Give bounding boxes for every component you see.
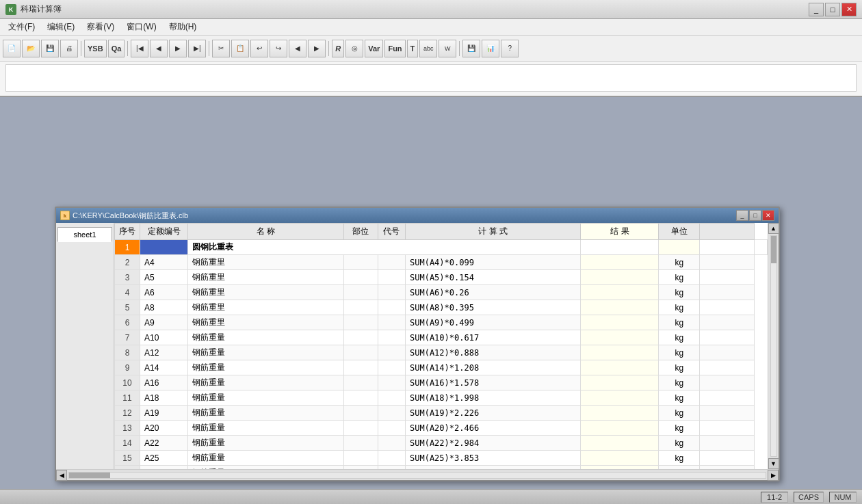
cell-row-num[interactable]: 14 bbox=[115, 436, 140, 451]
cell-unit[interactable]: kg bbox=[659, 421, 700, 436]
cell-unit[interactable]: kg bbox=[659, 436, 700, 451]
table-row[interactable]: 10A16钢筋重量SUM(A16)*1.578kg bbox=[115, 375, 768, 390]
cell-name[interactable]: 钢筋重里 bbox=[188, 255, 344, 270]
cell-name[interactable]: 钢筋重里 bbox=[188, 315, 344, 330]
tb-save2[interactable]: 💾 bbox=[462, 40, 480, 57]
cell-dept[interactable] bbox=[343, 375, 378, 390]
table-row[interactable]: 14A22钢筋重量SUM(A22)*2.984kg bbox=[115, 436, 768, 451]
menu-help[interactable]: 帮助(H) bbox=[164, 20, 203, 34]
cell-quota[interactable]: A5 bbox=[140, 270, 188, 285]
menu-view[interactable]: 察看(V) bbox=[81, 20, 120, 34]
doc-minimize[interactable]: _ bbox=[736, 210, 748, 221]
table-row[interactable]: 9A14钢筋重量SUM(A14)*1.208kg bbox=[115, 360, 768, 375]
cell-quota[interactable]: A22 bbox=[140, 436, 188, 451]
cell-unit[interactable]: kg bbox=[659, 315, 700, 330]
cell-result[interactable] bbox=[659, 240, 700, 255]
cell-result[interactable] bbox=[581, 390, 659, 406]
cell-quota[interactable]: A25 bbox=[140, 451, 188, 466]
cell-formula[interactable]: SUM(A5)*0.154 bbox=[405, 270, 580, 285]
table-row[interactable]: 1圆钢比重表 bbox=[115, 240, 768, 255]
cell-unit[interactable]: kg bbox=[659, 451, 700, 466]
tb-w[interactable]: W bbox=[439, 40, 456, 57]
cell-name[interactable]: 钢筋重量 bbox=[188, 436, 344, 451]
tb-fwd[interactable]: ▶ bbox=[308, 40, 326, 57]
cell-code[interactable] bbox=[378, 315, 405, 330]
doc-maximize[interactable]: □ bbox=[749, 210, 761, 221]
cell-row-num[interactable]: 10 bbox=[115, 375, 140, 390]
cell-unit[interactable]: kg bbox=[659, 406, 700, 421]
tb-prev[interactable]: ◀ bbox=[150, 40, 168, 57]
cell-name[interactable]: 钢筋重量 bbox=[188, 345, 344, 360]
cell-row-num[interactable]: 16 bbox=[115, 466, 140, 470]
cell-unit[interactable]: kg bbox=[659, 360, 700, 375]
sheet-tab-1[interactable]: sheet1 bbox=[57, 227, 112, 242]
h-scroll-thumb[interactable] bbox=[69, 473, 110, 478]
cell-code[interactable] bbox=[378, 436, 405, 451]
tb-copy[interactable]: 📋 bbox=[231, 40, 249, 57]
cell-formula[interactable]: SUM(A22)*2.984 bbox=[405, 436, 580, 451]
cell-formula[interactable]: SUM(A8)*0.395 bbox=[405, 300, 580, 315]
cell-unit[interactable]: kg bbox=[659, 255, 700, 270]
h-scroll-left[interactable]: ◀ bbox=[56, 470, 67, 481]
cell-result[interactable] bbox=[581, 255, 659, 270]
cell-quota[interactable]: A9 bbox=[140, 315, 188, 330]
cell-quota[interactable]: A8 bbox=[140, 300, 188, 315]
tb-undo[interactable]: ↩ bbox=[250, 40, 268, 57]
cell-name[interactable]: 钢筋重里 bbox=[188, 270, 344, 285]
cell-dept[interactable] bbox=[343, 300, 378, 315]
cell-result[interactable] bbox=[581, 285, 659, 300]
cell-row-num[interactable]: 8 bbox=[115, 345, 140, 360]
close-button[interactable]: ✕ bbox=[841, 3, 857, 16]
cell-quota[interactable]: A4 bbox=[140, 255, 188, 270]
cell-formula[interactable]: SUM(A18)*1.998 bbox=[405, 390, 580, 406]
table-row[interactable]: 7A10钢筋重量SUM(A10)*0.617kg bbox=[115, 330, 768, 345]
tb-first[interactable]: |◀ bbox=[131, 40, 148, 57]
cell-formula[interactable]: SUM(A6)*0.26 bbox=[405, 285, 580, 300]
table-row[interactable]: 15A25钢筋重量SUM(A25)*3.853kg bbox=[115, 451, 768, 466]
cell-unit[interactable]: kg bbox=[659, 375, 700, 390]
table-row[interactable]: 6A9钢筋重里SUM(A9)*0.499kg bbox=[115, 315, 768, 330]
cell-quota[interactable]: A16 bbox=[140, 375, 188, 390]
maximize-button[interactable]: □ bbox=[825, 3, 840, 16]
cell-unit[interactable]: kg bbox=[659, 390, 700, 406]
minimize-button[interactable]: _ bbox=[809, 3, 824, 16]
cell-code[interactable] bbox=[378, 285, 405, 300]
cell-quota[interactable] bbox=[140, 240, 188, 255]
tb-next[interactable]: ▶ bbox=[169, 40, 187, 57]
cell-formula[interactable]: SUM(A12)*0.888 bbox=[405, 345, 580, 360]
cell-row-num[interactable]: 11 bbox=[115, 390, 140, 406]
cell-code[interactable] bbox=[378, 390, 405, 406]
cell-dept[interactable] bbox=[343, 421, 378, 436]
cell-row-num[interactable]: 13 bbox=[115, 421, 140, 436]
cell-unit[interactable]: kg bbox=[659, 345, 700, 360]
tb-t[interactable]: T bbox=[407, 40, 419, 57]
cell-formula[interactable]: SUM(A16)*1.578 bbox=[405, 375, 580, 390]
cell-result[interactable] bbox=[581, 375, 659, 390]
cell-code[interactable] bbox=[378, 330, 405, 345]
cell-name[interactable]: 钢筋重量 bbox=[188, 330, 344, 345]
cell-unit[interactable]: kg bbox=[659, 270, 700, 285]
cell-unit[interactable]: kg bbox=[659, 466, 700, 470]
cell-code[interactable] bbox=[378, 300, 405, 315]
cell-code[interactable] bbox=[378, 466, 405, 470]
h-scroll-right[interactable]: ▶ bbox=[768, 470, 779, 481]
cell-dept[interactable] bbox=[343, 436, 378, 451]
cell-result[interactable] bbox=[581, 451, 659, 466]
cell-quota[interactable]: A18 bbox=[140, 390, 188, 406]
cell-quota[interactable]: A20 bbox=[140, 421, 188, 436]
cell-name[interactable]: 钢筋重量 bbox=[188, 375, 344, 390]
cell-quota[interactable]: A28 bbox=[140, 466, 188, 470]
cell-code[interactable] bbox=[378, 345, 405, 360]
cell-dept[interactable] bbox=[343, 330, 378, 345]
tb-print[interactable]: 🖨 bbox=[60, 40, 78, 57]
h-scroll-track[interactable] bbox=[68, 472, 766, 479]
tb-new[interactable]: 📄 bbox=[3, 40, 21, 57]
menu-edit[interactable]: 编辑(E) bbox=[42, 20, 80, 34]
cell-name[interactable]: 钢筋重量 bbox=[188, 451, 344, 466]
cell-row-num[interactable]: 4 bbox=[115, 285, 140, 300]
menu-window[interactable]: 窗口(W) bbox=[121, 20, 161, 34]
cell-result[interactable] bbox=[581, 466, 659, 470]
cell-row-num[interactable]: 15 bbox=[115, 451, 140, 466]
cell-row-num[interactable]: 6 bbox=[115, 315, 140, 330]
cell-quota[interactable]: A6 bbox=[140, 285, 188, 300]
